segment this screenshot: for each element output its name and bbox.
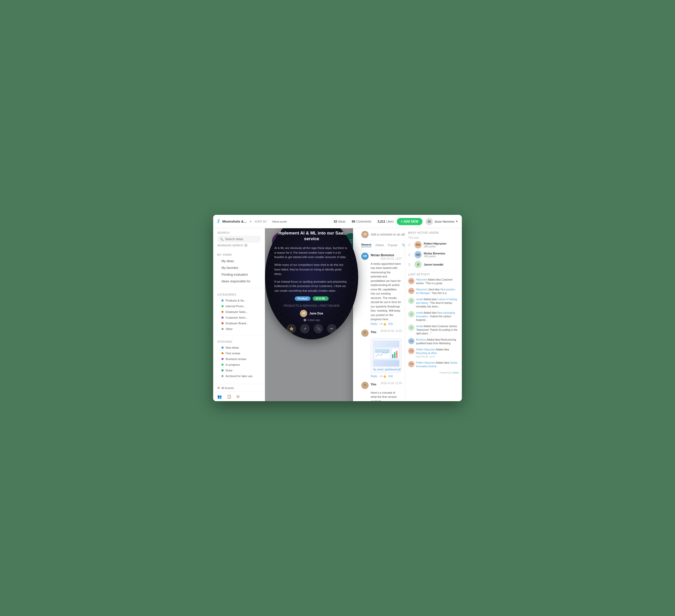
author-name: Jane Doe	[309, 312, 323, 315]
status-new-ideas[interactable]: New ideas	[217, 345, 260, 350]
user1-avatar: PH	[415, 241, 422, 249]
sidebar-item-pending-evaluation[interactable]: Pending evaluation	[217, 271, 260, 278]
sidebar-item-my-ideas[interactable]: My ideas	[217, 258, 260, 265]
idea-status: FIRST REVIEW	[320, 304, 340, 307]
reply-button-1[interactable]: Reply	[371, 323, 377, 325]
comment-header-2: Y You 2018-10-18, 11:03	[361, 330, 402, 337]
image-icon: 🖼	[345, 228, 348, 232]
activity-5: JI omaki Added idea Customer stories: "A…	[408, 325, 459, 335]
status-label-new: New ideas	[226, 346, 239, 349]
add-new-button[interactable]: + ADD NEW	[397, 218, 423, 225]
likes-count-2: • 0 👍	[379, 375, 386, 378]
sort-oldest[interactable]: Oldest	[376, 244, 384, 247]
sidebar-item-my-favorites[interactable]: My favorites	[217, 265, 260, 271]
search-input[interactable]	[225, 237, 258, 241]
category-customer[interactable]: Customer Servi...	[217, 315, 260, 321]
svg-rect-5	[394, 352, 395, 358]
vote-number: 426	[300, 228, 313, 229]
status-label-progress: In progress	[226, 363, 240, 366]
comment-header-3: Y You 2018-10-18, 11:03	[361, 382, 402, 389]
status-business-review[interactable]: Business review	[217, 356, 260, 362]
activity-2: PH Häyrynen Liked idea New position for …	[408, 288, 459, 295]
status-in-progress[interactable]: In progress	[217, 362, 260, 367]
comment-sort-bar: Newest Oldest Popular 📎 Attachments	[358, 241, 405, 250]
likes-count: 3,211	[377, 220, 385, 224]
category-employer[interactable]: Employer Brand...	[217, 321, 260, 326]
thumbs-up-icon[interactable]: 👍	[315, 228, 323, 229]
most-active-title: MOST ACTIVE USERS	[408, 232, 459, 234]
status-done[interactable]: Done	[217, 367, 260, 373]
comment-actions-1: Reply • 0 👍 Edit	[371, 323, 402, 325]
edit-button-2[interactable]: Edit	[388, 375, 393, 378]
sort-value[interactable]: Viima score	[272, 220, 287, 223]
category-other[interactable]: Other	[217, 326, 260, 332]
category-internal[interactable]: Internal Proce...	[217, 303, 260, 309]
sort-newest[interactable]: Newest	[361, 243, 371, 247]
viima-logo: Viima	[452, 371, 459, 374]
comment-header-1: NB Niclas Borenius 2022-04-13, 12:57	[361, 253, 402, 260]
comment-time-2: 2018-10-18, 11:03	[380, 330, 402, 332]
sort-popular[interactable]: Popular	[388, 244, 397, 247]
ideas-stat: 32 ideas	[333, 220, 346, 224]
content-area: New position for Product Manager Custome…	[265, 228, 405, 401]
divider-1	[213, 288, 265, 288]
search-box[interactable]: 🔍	[217, 236, 260, 243]
user1-points: 289 points	[424, 245, 459, 248]
users-icon[interactable]: 👥	[217, 394, 222, 399]
close-button[interactable]: ×	[273, 228, 281, 234]
category-label-employee: Employee Satis...	[226, 310, 248, 314]
comment-actions-2: Reply • 0 👍 Edit	[371, 375, 402, 378]
comment-meta-3: You 2018-10-18, 11:03	[371, 382, 402, 386]
share-button[interactable]: ↗	[300, 324, 309, 333]
category-employee[interactable]: Employee Satis...	[217, 309, 260, 315]
comment-input[interactable]	[371, 233, 405, 236]
modal-wrapper: × 🖼 426 👍 Implement AI & ML into our Saa…	[265, 228, 405, 401]
favorite-button[interactable]: ⭐	[287, 324, 296, 333]
tag-ai-ml[interactable]: AI & ML	[313, 296, 328, 301]
category-dot-employer	[221, 322, 224, 324]
attachments-link[interactable]: 📎 Attachments	[402, 243, 405, 247]
activity-avatar-3: JI	[408, 298, 415, 304]
all-boards-button[interactable]: ⊞ All boards	[213, 384, 265, 391]
user2-avatar: NB	[415, 251, 422, 258]
grid-icon: ⊞	[217, 386, 220, 389]
list-icon[interactable]: 📋	[227, 394, 231, 399]
idea-title: Implement AI & ML into our SaaS service	[274, 230, 349, 242]
edit-button[interactable]: ✏	[327, 324, 336, 333]
screenshot-button[interactable]: 🖼	[342, 228, 351, 234]
recycling-time: 2022-04-09, 13:07	[416, 355, 459, 358]
vote-count: 426 👍	[300, 228, 323, 229]
advanced-search[interactable]: ADVANCED SEARCH ?	[217, 244, 260, 247]
activity-avatar-6: NB	[408, 338, 415, 344]
comment-author-1: Niclas Borenius	[371, 253, 394, 257]
activity-text-2: Häyrynen Liked idea New position for Man…	[416, 288, 459, 295]
filename-text: event_dashboard.gif	[377, 368, 401, 371]
dashboard-icon[interactable]: ⊞	[236, 394, 240, 399]
idea-body-1: AI & ML are obviously all the rage these…	[274, 246, 349, 260]
category-label-internal: Internal Proce...	[226, 304, 246, 308]
comment-text-1: A newly appointed team has been tasked w…	[371, 262, 402, 322]
svg-rect-2	[375, 349, 389, 353]
svg-rect-6	[396, 351, 397, 358]
user1-info: Petteri Häyrynen 289 points	[424, 242, 459, 248]
comments-stat: 86 Comments	[352, 220, 371, 224]
comment-author-2: You	[371, 330, 376, 334]
user-menu[interactable]: JN Jesse Nieminen ▾	[426, 218, 458, 225]
attach-button[interactable]: 📎	[314, 324, 323, 333]
comment-input-area: JD 📎	[358, 228, 405, 241]
comments-list: NB Niclas Borenius 2022-04-13, 12:57 A n…	[358, 250, 405, 401]
edit-button-1[interactable]: Edit	[388, 323, 393, 325]
reply-button-2[interactable]: Reply	[371, 375, 377, 378]
category-products[interactable]: Products & Se...	[217, 298, 260, 303]
status-first-review[interactable]: First review	[217, 350, 260, 356]
activity-avatar-2: PH	[408, 288, 415, 294]
sidebar-item-ideas-responsible[interactable]: Ideas responsible for	[217, 278, 260, 285]
category-dot-internal	[221, 305, 224, 307]
tag-product[interactable]: Product	[295, 296, 311, 301]
comment-meta-1: Niclas Borenius 2022-04-13, 12:57	[371, 253, 402, 260]
status-archived[interactable]: Archived for later use	[217, 373, 260, 379]
comment-meta-2: You 2018-10-18, 11:03	[371, 330, 402, 334]
workspace-chevron-icon[interactable]: ▾	[250, 220, 251, 223]
clip-icon: 📎	[373, 368, 376, 371]
comment-time-1: 2022-04-13, 12:57	[380, 257, 402, 260]
